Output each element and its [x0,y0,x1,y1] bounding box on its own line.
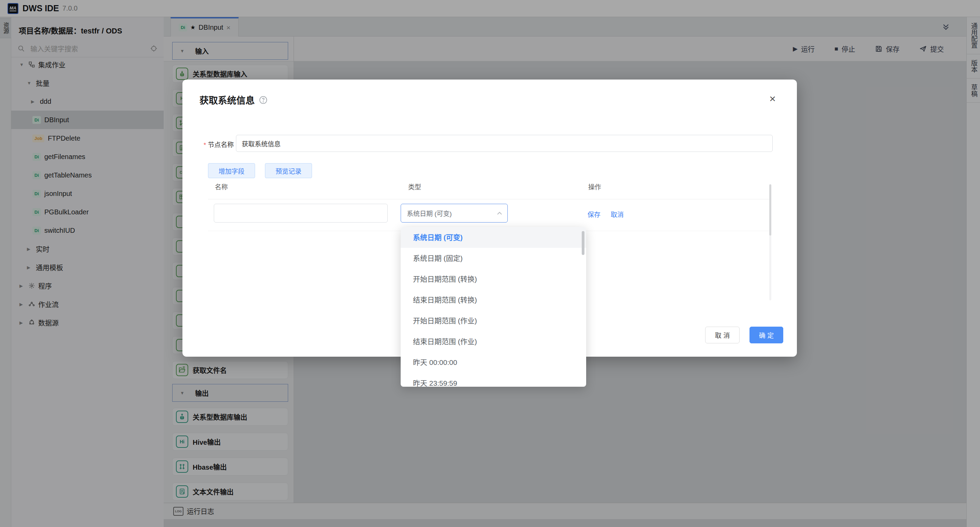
dropdown-option[interactable]: 系统日期 (固定) [401,248,586,268]
dialog-ok-button[interactable]: 确 定 [749,327,783,343]
preview-records-button[interactable]: 预览记录 [265,163,312,178]
dropdown-option[interactable]: 开始日期范围 (转换) [401,268,586,289]
dropdown-option[interactable]: 昨天 00:00:00 [401,352,586,373]
type-dropdown: 系统日期 (可变) 系统日期 (固定) 开始日期范围 (转换) 结束日期范围 (… [401,227,586,387]
column-header-name: 名称 [215,182,228,191]
dialog-close-icon[interactable]: × [769,93,776,104]
column-header-type: 类型 [408,182,421,191]
row-save-link[interactable]: 保存 [587,209,600,219]
row-cancel-link[interactable]: 取消 [611,209,624,219]
table-scrollbar-thumb[interactable] [769,184,771,235]
dropdown-option[interactable]: 结束日期范围 (作业) [401,331,586,352]
required-asterisk: * [204,141,206,149]
node-name-input[interactable] [236,135,773,152]
field-name-input[interactable] [214,204,388,222]
dropdown-option[interactable]: 昨天 23:59:59 [401,373,586,387]
field-type-select[interactable]: 系统日期 (可变) [401,204,508,222]
help-icon[interactable] [259,96,268,104]
dialog-title: 获取系统信息 [199,93,268,107]
dropdown-option[interactable]: 系统日期 (可变) [401,227,586,248]
chevron-up-icon [497,212,502,215]
dropdown-option[interactable]: 结束日期范围 (转换) [401,289,586,310]
column-header-operation: 操作 [588,182,601,191]
dropdown-option[interactable]: 开始日期范围 (作业) [401,310,586,331]
dialog-cancel-button[interactable]: 取 消 [705,327,740,343]
node-name-label: *节点名称 [204,140,234,149]
dropdown-scrollbar-thumb[interactable] [582,231,584,255]
add-field-button[interactable]: 增加字段 [208,163,255,178]
